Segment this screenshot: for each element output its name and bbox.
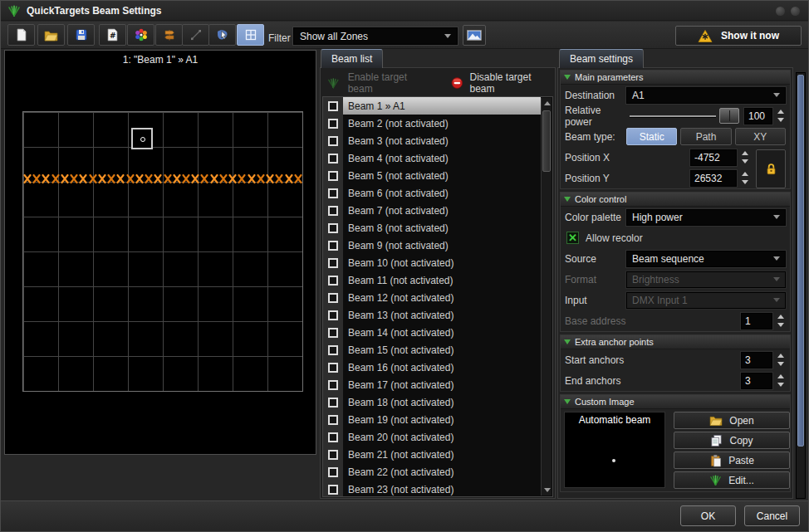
beam-checkbox[interactable] xyxy=(328,258,338,268)
beam-x-marker[interactable] xyxy=(200,173,208,184)
destination-dropdown[interactable]: A1 xyxy=(626,87,786,104)
position-y-spinbox[interactable]: 26532 xyxy=(690,170,750,187)
beam-x-marker[interactable] xyxy=(98,173,106,184)
beam-checkbox[interactable] xyxy=(328,188,338,198)
beam-checkbox[interactable] xyxy=(328,363,338,373)
beam-type-xy-button[interactable]: XY xyxy=(735,128,786,145)
beam-list-item[interactable]: Beam 15 (not activated) xyxy=(323,341,541,359)
beam-x-marker[interactable] xyxy=(154,173,162,184)
beam-checkbox[interactable] xyxy=(328,101,338,111)
beam-list-item[interactable]: Beam 4 (not activated) xyxy=(323,149,541,167)
line-tool-button[interactable] xyxy=(182,24,209,46)
ok-button[interactable]: OK xyxy=(680,505,736,526)
beam-list-item[interactable]: Beam 2 (not activated) xyxy=(323,115,541,132)
beam-checkbox[interactable] xyxy=(328,223,338,233)
beam-x-marker[interactable] xyxy=(23,173,32,184)
beam-list-item[interactable]: Beam 1 » A1 xyxy=(323,97,541,115)
beam-x-marker[interactable] xyxy=(257,173,265,184)
beam-checkbox[interactable] xyxy=(328,380,338,390)
beam-checkbox[interactable] xyxy=(328,171,338,181)
beam-x-marker[interactable] xyxy=(210,173,218,184)
beam-list-item[interactable]: Beam 17 (not activated) xyxy=(323,376,541,393)
quicktargets-button[interactable] xyxy=(155,24,183,46)
beam-list-item[interactable]: Beam 5 (not activated) xyxy=(323,167,541,184)
start-anchors-spinbox[interactable]: 3 xyxy=(741,352,786,368)
tab-beam-list[interactable]: Beam list xyxy=(321,49,383,68)
beam-x-marker[interactable] xyxy=(135,173,144,184)
beam-x-marker[interactable] xyxy=(191,173,199,184)
spinner[interactable] xyxy=(775,313,786,329)
settings-scrollbar[interactable] xyxy=(796,72,806,499)
group-custom-image-header[interactable]: Custom Image xyxy=(561,395,790,409)
cancel-button[interactable]: Cancel xyxy=(744,505,800,526)
relative-power-spinbox[interactable]: 100 xyxy=(744,108,786,124)
relative-power-slider[interactable] xyxy=(626,108,739,124)
base-address-spinbox[interactable]: 1 xyxy=(741,313,786,329)
beam-x-marker[interactable] xyxy=(182,173,190,184)
beam-x-marker[interactable] xyxy=(89,173,97,184)
beam-list-item[interactable]: Beam 13 (not activated) xyxy=(323,306,541,324)
beam-x-marker[interactable] xyxy=(107,173,115,184)
titlebar-button-1[interactable] xyxy=(776,7,785,16)
beam-x-marker[interactable] xyxy=(126,173,135,184)
beam-checkbox[interactable] xyxy=(328,398,338,408)
beam-list-item[interactable]: Beam 18 (not activated) xyxy=(323,393,541,411)
frame-number-button[interactable]: # xyxy=(99,24,126,46)
color-palette-dropdown[interactable]: High power xyxy=(626,209,786,226)
beam-x-marker[interactable] xyxy=(164,173,172,184)
beam-checkbox[interactable] xyxy=(328,276,338,286)
beam-list-item[interactable]: Beam 22 (not activated) xyxy=(323,463,541,481)
beam-x-marker[interactable] xyxy=(219,173,228,184)
beam-type-static-button[interactable]: Static xyxy=(626,128,677,145)
save-button[interactable] xyxy=(67,24,95,46)
new-button[interactable] xyxy=(7,24,35,46)
beam-x-marker[interactable] xyxy=(42,173,50,184)
beam-x-marker[interactable] xyxy=(145,173,153,184)
beam-x-marker[interactable] xyxy=(32,173,41,184)
scrollbar-thumb[interactable] xyxy=(542,110,551,172)
beam-x-marker[interactable] xyxy=(173,173,181,184)
beam-list-scrollbar[interactable] xyxy=(541,98,552,495)
beam-checkbox[interactable] xyxy=(328,154,338,164)
disable-target-beam-button[interactable]: Disable target beam xyxy=(469,71,552,95)
group-color-control-header[interactable]: Color control xyxy=(561,193,790,207)
source-dropdown[interactable]: Beam sequence xyxy=(626,251,786,267)
spinner[interactable] xyxy=(739,149,750,166)
beam-list-item[interactable]: Beam 7 (not activated) xyxy=(323,202,541,219)
open-button[interactable] xyxy=(37,24,65,46)
custom-image-edit-button[interactable]: Edit... xyxy=(674,471,790,489)
position-x-spinbox[interactable]: -4752 xyxy=(690,149,750,166)
beam-list-item[interactable]: Beam 8 (not activated) xyxy=(323,219,541,237)
effects-button[interactable] xyxy=(127,24,154,46)
beam-x-marker[interactable] xyxy=(248,173,256,184)
beam-checkbox[interactable] xyxy=(328,136,338,146)
beam-type-path-button[interactable]: Path xyxy=(680,128,731,145)
tab-beam-settings[interactable]: Beam settings xyxy=(559,49,644,68)
custom-image-copy-button[interactable]: Copy xyxy=(674,432,790,449)
select-tool-button[interactable] xyxy=(208,24,236,46)
beam-x-marker[interactable] xyxy=(285,173,293,184)
beam-checkbox[interactable] xyxy=(328,119,338,129)
settings-scrollbar-thumb[interactable] xyxy=(797,75,804,447)
slider-handle[interactable] xyxy=(719,108,739,124)
beam-checkbox[interactable] xyxy=(328,485,338,495)
grid-view-button[interactable] xyxy=(237,24,264,46)
show-it-now-button[interactable]: Show it now xyxy=(675,26,802,46)
custom-image-open-button[interactable]: Open xyxy=(674,412,790,429)
beam-list-item[interactable]: Beam 16 (not activated) xyxy=(323,359,541,376)
end-anchors-spinbox[interactable]: 3 xyxy=(741,373,786,389)
zone-filter-dropdown[interactable]: Show all Zones xyxy=(293,27,458,45)
beam-position-marker[interactable] xyxy=(131,128,153,149)
beam-x-marker[interactable] xyxy=(61,173,69,184)
beam-list-item[interactable]: Beam 12 (not activated) xyxy=(323,289,541,306)
spinner[interactable] xyxy=(775,108,786,124)
spinner[interactable] xyxy=(775,373,786,389)
beam-checkbox[interactable] xyxy=(328,432,338,442)
beam-x-marker[interactable] xyxy=(238,173,246,184)
beam-list-item[interactable]: Beam 9 (not activated) xyxy=(323,237,541,254)
enable-target-beam-button[interactable]: Enable target beam xyxy=(348,71,428,95)
spinner[interactable] xyxy=(775,352,786,368)
beam-list-item[interactable]: Beam 20 (not activated) xyxy=(323,428,541,446)
group-extra-anchor-points-header[interactable]: Extra anchor points xyxy=(561,335,790,349)
beam-x-marker[interactable] xyxy=(294,173,302,184)
